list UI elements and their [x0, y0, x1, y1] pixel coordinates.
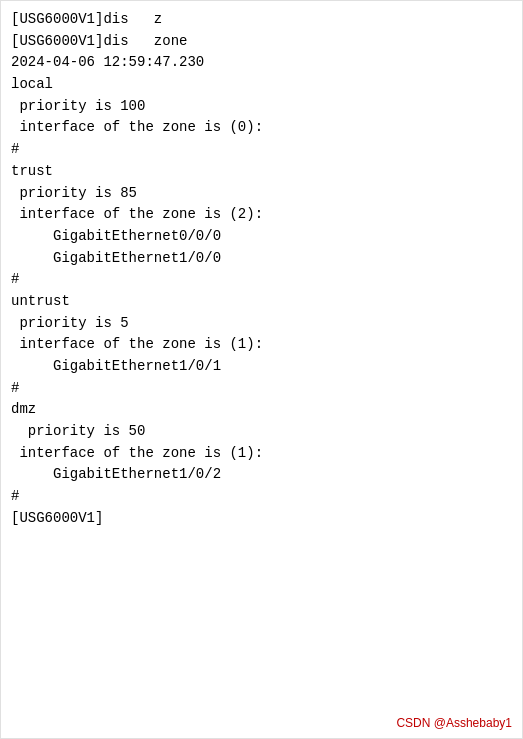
terminal-window: [USG6000V1]dis z [USG6000V1]dis zone 202…	[0, 0, 523, 739]
terminal-output: [USG6000V1]dis z [USG6000V1]dis zone 202…	[11, 9, 512, 530]
watermark: CSDN @Asshebaby1	[396, 716, 512, 730]
